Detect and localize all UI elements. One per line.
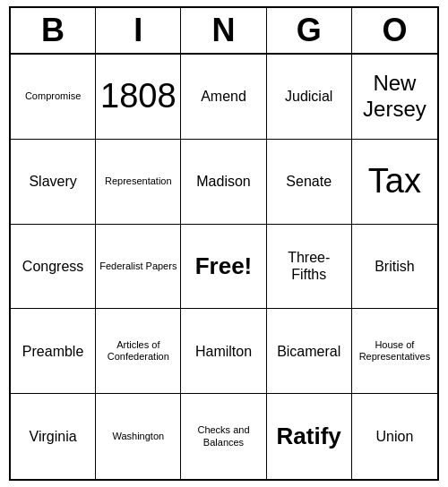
bingo-cell-9: Tax xyxy=(352,140,437,225)
bingo-header: B I N G O xyxy=(11,8,437,55)
bingo-cell-21: Washington xyxy=(96,394,181,479)
bingo-card: B I N G O Compromise1808AmendJudicialNew… xyxy=(9,6,439,481)
bingo-cell-5: Slavery xyxy=(11,140,96,225)
bingo-cell-16: Articles of Confederation xyxy=(96,309,181,394)
bingo-cell-0: Compromise xyxy=(11,55,96,140)
bingo-cell-8: Senate xyxy=(267,140,352,225)
bingo-cell-17: Hamilton xyxy=(181,309,266,394)
bingo-grid: Compromise1808AmendJudicialNew JerseySla… xyxy=(11,55,437,479)
header-i: I xyxy=(96,8,181,53)
bingo-cell-23: Ratify xyxy=(267,394,352,479)
bingo-cell-3: Judicial xyxy=(267,55,352,140)
bingo-cell-6: Representation xyxy=(96,140,181,225)
bingo-cell-13: Three-Fifths xyxy=(267,225,352,310)
bingo-cell-22: Checks and Balances xyxy=(181,394,266,479)
bingo-cell-10: Congress xyxy=(11,225,96,310)
bingo-cell-19: House of Representatives xyxy=(352,309,437,394)
header-o: O xyxy=(352,8,437,53)
header-n: N xyxy=(181,8,266,53)
bingo-cell-14: British xyxy=(352,225,437,310)
bingo-cell-20: Virginia xyxy=(11,394,96,479)
bingo-cell-24: Union xyxy=(352,394,437,479)
header-g: G xyxy=(267,8,352,53)
bingo-cell-2: Amend xyxy=(181,55,266,140)
header-b: B xyxy=(11,8,96,53)
bingo-cell-7: Madison xyxy=(181,140,266,225)
bingo-cell-15: Preamble xyxy=(11,309,96,394)
bingo-cell-12: Free! xyxy=(181,225,266,310)
bingo-cell-18: Bicameral xyxy=(267,309,352,394)
bingo-cell-4: New Jersey xyxy=(352,55,437,140)
bingo-cell-1: 1808 xyxy=(96,55,181,140)
bingo-cell-11: Federalist Papers xyxy=(96,225,181,310)
